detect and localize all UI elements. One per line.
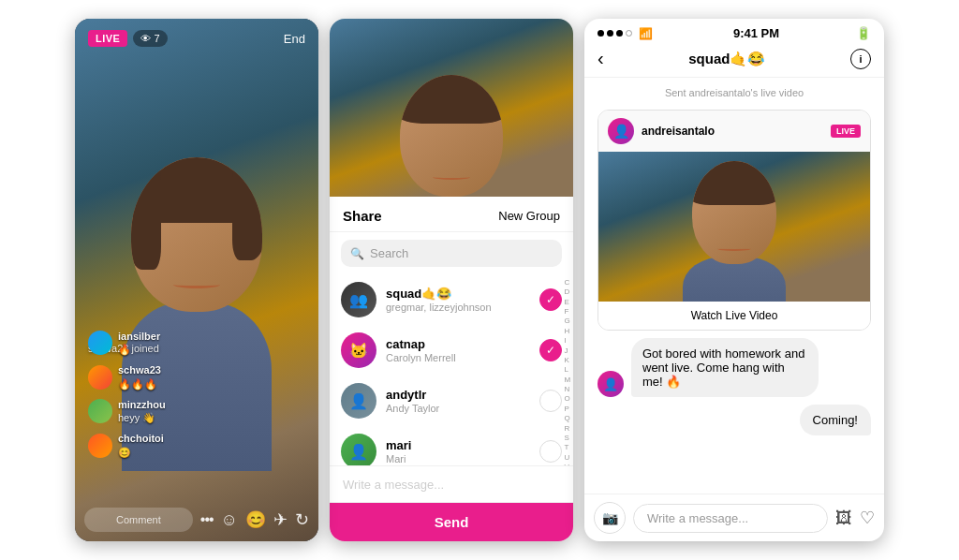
contact-item-andy[interactable]: 👤 andytlr Andy Taylor [330,376,573,426]
watch-live-button[interactable]: Watch Live Video [598,302,870,330]
message-bubble: Got bored with homework and went live. C… [631,338,819,397]
gallery-icon[interactable]: 🖼 [835,508,852,528]
face-hair [692,161,776,205]
contact-sub: Andy Taylor [386,403,530,414]
face-icon[interactable]: 😊 [245,509,266,530]
face-circle [692,161,776,264]
bottom-bar: Comment ••• ☺ 😊 ✈ ↻ [84,508,309,532]
contact-item-squad[interactable]: 👥 squad🤙😂 gregmar, lizzeyjohnson ✓ [330,274,573,325]
send-icon[interactable]: ✈ [273,509,288,530]
contact-name: mari [386,438,530,452]
heart-icon[interactable]: ♡ [860,508,875,528]
share-title: Share [343,208,382,224]
signal-dot [616,30,623,37]
contact-avatar: 👥 [341,282,376,317]
screen-dm: 📶 9:41 PM 🔋 ‹ squad🤙😂 i Sent andreisanta… [584,19,884,541]
signal-dot [626,30,632,37]
comment-avatar [88,331,112,355]
live-card-avatar: 👤 [608,118,634,144]
live-badge-small: LIVE [831,125,861,138]
live-card-header: 👤 andreisantalo LIVE [598,111,870,152]
contact-name: squad🤙😂 [386,287,530,301]
screen-overlay: LIVE 👁7 End schwa23 joined iansilber🔥 sc… [75,19,318,541]
contact-avatar: 👤 [341,383,376,419]
search-bar[interactable]: 🔍 Search [341,240,562,267]
contact-avatar: 👤 [341,434,376,465]
dm-title: squad🤙😂 [688,51,765,67]
back-button[interactable]: ‹ [598,48,604,69]
contact-check-squad[interactable]: ✓ [539,288,562,311]
battery-icon: 🔋 [856,26,871,40]
screen-share: Share New Group 🔍 Search A B C D E F G H… [330,19,573,541]
contact-name: andytlr [386,388,530,402]
comment-item: minzzhouheyy 👋 [88,398,305,425]
write-message-placeholder: Write a message... [343,478,444,492]
dm-input-bar: 📷 Write a message... 🖼 ♡ [584,494,884,541]
message-bubble-right: Coming! [800,405,871,435]
repost-icon[interactable]: ↻ [295,509,309,530]
new-group-button[interactable]: New Group [498,209,560,223]
contact-item-mari[interactable]: 👤 mari Mari [330,426,573,465]
status-time: 9:41 PM [733,26,779,40]
search-placeholder: Search [370,246,408,260]
dm-header: ‹ squad🤙😂 i [584,44,884,78]
share-header: Share New Group [330,197,573,232]
info-button[interactable]: i [850,49,871,69]
live-video-card[interactable]: 👤 andreisantalo LIVE Watch Live Video [598,110,871,331]
comment-avatar [88,399,112,423]
msg-avatar: 👤 [598,371,624,397]
contact-check-mari[interactable] [539,440,562,463]
dm-messages: Sent andreisantalo's live video 👤 andrei… [584,78,884,494]
comments-list: iansilber🔥 schwa23🔥🔥🔥 minzzhouheyy 👋 chc… [88,330,305,466]
end-button[interactable]: End [284,32,305,46]
write-message-area[interactable]: Write a message... [330,465,573,503]
search-icon: 🔍 [350,247,364,260]
contact-name: catnap [386,337,530,351]
sent-label: Sent andreisantalo's live video [598,87,871,98]
contacts-area: A B C D E F G H I J K L M N O P Q R S T [330,274,573,465]
comment-text: iansilber🔥 [118,330,160,357]
contact-info: catnap Carolyn Merrell [386,337,530,363]
contact-check-andy[interactable] [539,390,562,412]
contact-item-catnap[interactable]: 🐱 catnap Carolyn Merrell ✓ [330,325,573,376]
live-card-image [598,152,870,302]
top-bar: LIVE 👁7 End [75,19,318,58]
live-badge: LIVE [88,30,127,47]
share-top-image [330,19,573,197]
comment-item: iansilber🔥 [88,330,305,357]
comment-item: chchoitoi😊 [88,432,305,459]
signal-dot [607,30,613,37]
contact-sub: Carolyn Merrell [386,352,530,363]
comment-text: minzzhouheyy 👋 [118,398,166,425]
camera-button[interactable]: 📷 [594,502,626,534]
wifi-icon: 📶 [639,27,653,40]
send-button[interactable]: Send [330,503,573,541]
comment-text: schwa23🔥🔥🔥 [118,363,161,391]
more-options-icon[interactable]: ••• [200,511,214,528]
signal-dot [598,30,604,37]
signal-dots: 📶 [598,27,657,40]
status-bar: 📶 9:41 PM 🔋 [584,19,884,44]
emoji-icon[interactable]: ☺ [221,510,238,530]
live-card-face [678,161,790,302]
contact-info: andytlr Andy Taylor [386,388,530,414]
contact-info: squad🤙😂 gregmar, lizzeyjohnson [386,287,530,313]
message-left: 👤 Got bored with homework and went live.… [598,338,871,397]
contact-info: mari Mari [386,438,530,464]
comment-avatar [88,434,112,458]
contact-check-catnap[interactable]: ✓ [539,339,562,361]
comment-input[interactable]: Comment [84,508,193,532]
contact-avatar: 🐱 [341,332,376,368]
live-card-username: andreisantalo [642,125,823,138]
comment-item: schwa23🔥🔥🔥 [88,363,305,391]
dm-right-icons: 🖼 ♡ [835,508,875,528]
contact-sub: gregmar, lizzeyjohnson [386,302,530,313]
contact-sub: Mari [386,453,530,464]
dm-text-input[interactable]: Write a message... [633,504,828,533]
comment-text: chchoitoi😊 [118,432,164,459]
viewer-count: 👁7 [133,30,167,47]
screen-live: LIVE 👁7 End schwa23 joined iansilber🔥 sc… [75,19,318,541]
comment-avatar [88,365,112,390]
